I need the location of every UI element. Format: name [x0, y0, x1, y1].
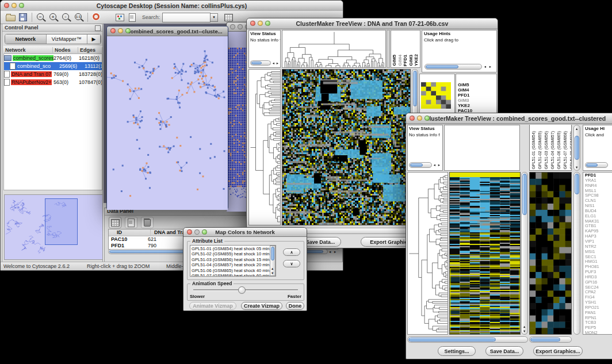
- slider-thumb[interactable]: [238, 286, 246, 294]
- tv1-row-dendrogram[interactable]: [249, 70, 280, 225]
- slider-track[interactable]: [193, 289, 298, 291]
- close-icon[interactable]: [110, 28, 116, 33]
- export-graphics-button[interactable]: Export Graphics...: [533, 346, 583, 356]
- view-status-scrollbar[interactable]: [409, 162, 432, 168]
- tv1-col-label[interactable]: PFD1: [403, 55, 408, 66]
- vizmap-icon[interactable]: [114, 12, 125, 22]
- tv1-row-label[interactable]: PFD1: [458, 93, 472, 98]
- minimize-icon[interactable]: [194, 229, 200, 235]
- network-table-row[interactable]: combined_sco2569(6)13112(15): [4, 62, 102, 70]
- cytoscape-titlebar[interactable]: Cytoscape Desktop (Session Name: collins…: [1, 1, 343, 12]
- tab-network[interactable]: Network: [5, 35, 47, 44]
- tv2-heatmap-vscroll[interactable]: ▴ ▾: [521, 172, 528, 335]
- delete-attribute-icon[interactable]: [141, 217, 154, 228]
- zoom-out-icon[interactable]: −: [35, 12, 47, 22]
- tv1-submatrix[interactable]: [421, 82, 451, 109]
- scroll-down-icon[interactable]: ▾: [271, 271, 273, 275]
- minimize-icon[interactable]: [118, 28, 123, 33]
- tv2-collabel-vscroll[interactable]: ▴ ▾: [573, 125, 580, 171]
- attribute-list-item[interactable]: GPL51-03 (GSM856) heat shock 15 min: [192, 257, 269, 262]
- network-table-row[interactable]: combined_scores2764(0)16218(0): [4, 54, 102, 62]
- attribute-list-vscroll[interactable]: ▴ ▾: [270, 246, 276, 276]
- zoom-window-icon[interactable]: [424, 116, 430, 121]
- gene-label[interactable]: MON2: [585, 331, 612, 335]
- scroll-right-icon[interactable]: ▸: [438, 163, 440, 167]
- zoom-window-icon[interactable]: [125, 28, 131, 33]
- tv2-row-dendrogram[interactable]: [408, 173, 447, 334]
- tv1-row-label[interactable]: GIM4: [458, 87, 472, 93]
- zoom-fit-icon[interactable]: 1:1: [73, 12, 85, 22]
- select-attributes-icon[interactable]: [109, 217, 121, 228]
- close-icon[interactable]: [4, 3, 9, 8]
- scroll-right-icon[interactable]: ▸: [334, 250, 336, 254]
- zoom-selected-icon[interactable]: ▫: [60, 12, 72, 22]
- network-canvas[interactable]: [107, 36, 228, 210]
- network-table-row[interactable]: RNAPuberNov2+563(0)107847(0): [4, 78, 102, 86]
- search-input[interactable]: [162, 13, 211, 22]
- tv2-col-label[interactable]: GPL51-03 (GSM856): [544, 131, 549, 169]
- tv1-col-label[interactable]: PAC10: [420, 52, 421, 66]
- tv2-genelist-vscroll[interactable]: [573, 172, 580, 335]
- col-nodes[interactable]: Nodes: [53, 47, 78, 53]
- scroll-right-icon[interactable]: ▸: [277, 61, 278, 65]
- minimize-icon[interactable]: [258, 21, 263, 26]
- open-file-icon[interactable]: [5, 12, 16, 22]
- overview-canvas[interactable]: [4, 194, 103, 260]
- tv1-row-label[interactable]: GIM3: [458, 98, 472, 103]
- tv2-heatmap[interactable]: [450, 173, 520, 334]
- scroll-right-icon[interactable]: ▸: [489, 64, 491, 68]
- tv2-hscroll[interactable]: [407, 336, 528, 343]
- scroll-left-icon[interactable]: ◂: [434, 163, 435, 167]
- tv1-col-label[interactable]: GIM3: [409, 55, 414, 66]
- animate-vizmap-button[interactable]: Animate Vizmap: [189, 302, 236, 310]
- done-button[interactable]: Done: [286, 302, 304, 310]
- view-status-scrollbar[interactable]: [250, 60, 271, 66]
- close-icon[interactable]: [250, 21, 255, 26]
- usage-hints-scrollbar[interactable]: [424, 64, 482, 70]
- zoom-in-icon[interactable]: +: [48, 12, 59, 22]
- create-attribute-icon[interactable]: [125, 217, 137, 228]
- tv2-col-label[interactable]: GPL51-02 (GSM855): [537, 131, 543, 169]
- zoom-window-icon[interactable]: [202, 229, 207, 235]
- zoom-window-icon[interactable]: [265, 21, 270, 26]
- tv2-col-label[interactable]: GPL51-08 (GSM872): [569, 131, 572, 169]
- save-icon[interactable]: [17, 12, 29, 22]
- tv2-col-label[interactable]: GPL51-04 (GSM857): [550, 131, 556, 169]
- save-data-button[interactable]: Save Data...: [485, 346, 523, 356]
- tv2-col-label[interactable]: GPL51-01 (GSM854): [531, 131, 537, 169]
- tv2-col-label[interactable]: GPL51-06 (GSM865): [556, 131, 562, 169]
- attribute-list-item[interactable]: GPL51-01 (GSM854) heat shock 05 min: [192, 246, 269, 251]
- create-vizmap-button[interactable]: Create Vizmap: [241, 302, 282, 310]
- window-lights[interactable]: [4, 3, 24, 8]
- attribute-list-item[interactable]: GPL51-02 (GSM855) heat shock 10 min: [192, 251, 269, 256]
- tv2-zoom-heatmap[interactable]: [530, 173, 571, 334]
- scroll-down-icon[interactable]: ▾: [523, 329, 525, 333]
- move-up-button[interactable]: ∧: [283, 248, 300, 256]
- scroll-left-icon[interactable]: ◂: [484, 64, 486, 68]
- scroll-left-icon[interactable]: ◂: [329, 250, 331, 254]
- settings-button[interactable]: Settings...: [438, 346, 476, 356]
- minimize-icon[interactable]: [238, 24, 243, 29]
- tv2-col-label[interactable]: GPL51-07 (GSM868): [563, 131, 568, 169]
- id-column-header[interactable]: ID: [109, 229, 151, 236]
- close-icon[interactable]: [187, 229, 192, 235]
- tv1-col-label[interactable]: YKE2: [414, 54, 419, 66]
- tv1-column-dendrogram[interactable]: [282, 30, 385, 67]
- col-network[interactable]: Network: [3, 47, 53, 53]
- close-icon[interactable]: [230, 24, 235, 29]
- attribute-list-item[interactable]: GPL51-07 (GSM868) heat shock 60 min: [192, 273, 269, 277]
- tv1-col-label[interactable]: GIM5: [392, 55, 397, 66]
- usage-hints-scrollbar[interactable]: [585, 162, 608, 168]
- network-table-row[interactable]: DNA and Tran 07769(0)183728(0): [4, 70, 102, 78]
- attribute-list-item[interactable]: GPL51-06 (GSM865) heat shock 40 min: [192, 268, 269, 273]
- annotation-icon[interactable]: [127, 12, 138, 22]
- scroll-up-icon[interactable]: ▴: [271, 266, 273, 270]
- dialog-titlebar[interactable]: Map Colors to Network: [183, 228, 307, 237]
- help-ring-icon[interactable]: [91, 12, 102, 22]
- scroll-up-icon[interactable]: ▴: [576, 127, 577, 131]
- network-frame-1-titlebar[interactable]: combined_scores_good.txt--cluste...: [107, 26, 228, 36]
- tv1-row-label[interactable]: GIM5: [458, 82, 472, 87]
- scroll-left-icon[interactable]: ◂: [273, 61, 274, 65]
- close-icon[interactable]: [410, 116, 415, 121]
- attribute-list-item[interactable]: GPL51-04 (GSM857) heat shock 20 min: [192, 262, 269, 267]
